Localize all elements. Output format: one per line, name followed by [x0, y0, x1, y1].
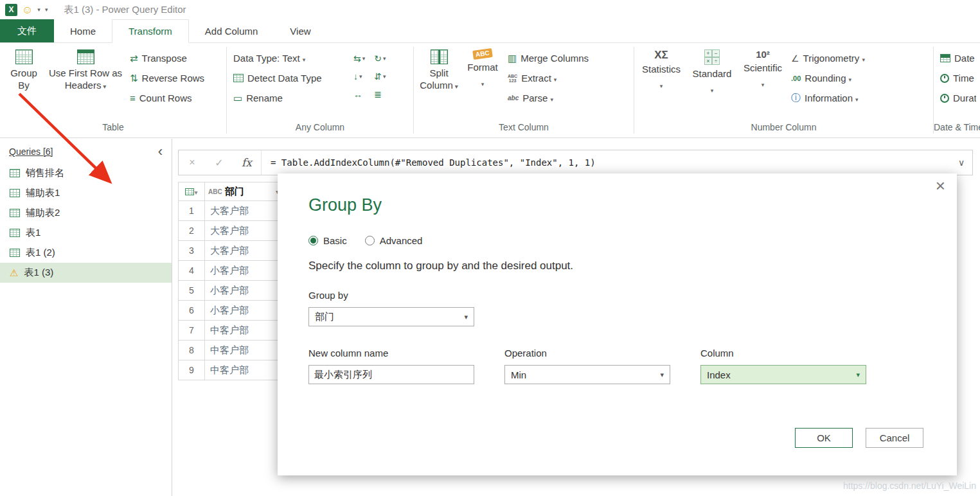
cancel-formula-icon[interactable]: × [179, 157, 206, 168]
tab-view[interactable]: View [274, 19, 326, 42]
advanced-radio-input[interactable] [365, 236, 375, 245]
scientific-icon: 10² [756, 49, 770, 59]
date-button[interactable]: Date [938, 49, 976, 67]
row-number[interactable]: 1 [179, 201, 205, 221]
group-by-dropdown[interactable]: 部门 [308, 307, 474, 326]
smiley-icon[interactable]: ☺ [22, 4, 33, 15]
format-button[interactable]: ABC Format [463, 47, 503, 89]
formula-bar-divider [261, 150, 262, 175]
row-number[interactable]: 4 [179, 261, 205, 281]
scientific-button[interactable]: 10² Scientific [740, 47, 786, 90]
split-column-label: Split Column [418, 67, 460, 92]
advanced-radio[interactable]: Advanced [365, 235, 423, 246]
ribbon-group-number-column: ΧΣ Statistics + − × ÷ Standard 10² Scien… [634, 43, 933, 137]
data-type-button[interactable]: Data Type: Text [231, 49, 345, 67]
rounding-button[interactable]: .00 Rounding [788, 69, 868, 87]
move-icon: ↔ [353, 89, 362, 100]
group-by-icon [15, 49, 33, 64]
duration-button[interactable]: Duration [938, 89, 976, 107]
split-column-button[interactable]: Split Column [418, 47, 460, 92]
title-bar: X ☺ ▾ ▾ 表1 (3) - Power Query Editor [0, 0, 980, 19]
tab-transform[interactable]: Transform [112, 19, 189, 43]
grid-corner-cell[interactable]: ▾ [179, 182, 205, 201]
basic-radio-input[interactable] [308, 236, 318, 245]
rename-button[interactable]: ▭ Rename [231, 89, 345, 107]
detect-data-type-label: Detect Data Type [247, 73, 322, 84]
ribbon: Group By Use First Row as Headers ⇄ Tran… [0, 43, 980, 138]
expand-formula-bar-icon[interactable]: ∨ [950, 157, 972, 168]
cell-value[interactable]: 中客户部 [205, 321, 283, 341]
row-number[interactable]: 5 [179, 281, 205, 301]
table-menu-icon [185, 188, 194, 195]
ribbon-group-any-column: Data Type: Text Detect Data Type ▭ Renam… [227, 43, 413, 137]
date-label: Date [954, 53, 976, 64]
merge-columns-icon: ▥ [508, 53, 517, 63]
smiley-dropdown-caret[interactable]: ▾ [37, 6, 40, 13]
cell-value[interactable]: 小客户部 [205, 281, 283, 301]
new-column-name-input[interactable] [308, 365, 474, 384]
query-item[interactable]: 表1 [0, 223, 172, 243]
column-dropdown[interactable]: Index [700, 365, 866, 384]
basic-radio[interactable]: Basic [308, 235, 347, 246]
row-number[interactable]: 2 [179, 221, 205, 241]
row-number[interactable]: 7 [179, 321, 205, 341]
query-item[interactable]: 辅助表2 [0, 203, 172, 223]
time-label: Time [953, 73, 976, 84]
merge-columns-button[interactable]: ▥ Merge Columns [505, 49, 591, 67]
reverse-rows-button[interactable]: ⇅ Reverse Rows [127, 69, 207, 87]
operation-dropdown[interactable]: Min [504, 365, 670, 384]
cancel-button[interactable]: Cancel [866, 428, 923, 448]
query-table-icon [10, 189, 20, 197]
row-number[interactable]: 6 [179, 301, 205, 321]
data-grid: ▾ ABC 部门 ▾ 1大客户部 2大客户部 3大客户部 4小客户部 5小客户部… [178, 182, 283, 380]
parse-button[interactable]: abc Parse [505, 89, 591, 107]
query-item[interactable]: 辅助表1 [0, 183, 172, 203]
convert-to-list-button[interactable]: ≣ [372, 87, 388, 102]
scientific-dropdown-caret [762, 78, 765, 90]
tab-file[interactable]: 文件 [0, 19, 54, 42]
extract-button[interactable]: ABC 123 Extract [505, 69, 591, 87]
cell-value[interactable]: 小客户部 [205, 301, 283, 321]
query-table-icon [10, 209, 20, 217]
time-button[interactable]: Time [938, 69, 976, 87]
trigonometry-button[interactable]: ∠ Trigonometry [788, 49, 868, 67]
quick-access-caret-icon[interactable]: ▾ [45, 6, 48, 13]
row-number[interactable]: 8 [179, 341, 205, 360]
tab-add-column[interactable]: Add Column [189, 19, 274, 42]
fill-button[interactable]: ↓ [352, 69, 367, 84]
tab-home[interactable]: Home [54, 19, 112, 42]
information-button[interactable]: ⓘ Information [788, 89, 868, 107]
group-by-button[interactable]: Group By [4, 47, 44, 92]
replace-values-button[interactable]: ⇆ [352, 51, 367, 66]
move-button[interactable]: ↔ [352, 87, 367, 102]
transpose-button[interactable]: ⇄ Transpose [127, 49, 207, 67]
cell-value[interactable]: 小客户部 [205, 261, 283, 281]
cell-value[interactable]: 中客户部 [205, 341, 283, 360]
detect-data-type-button[interactable]: Detect Data Type [231, 69, 345, 87]
query-item-selected[interactable]: ⚠ 表1 (3) [0, 263, 172, 283]
row-number[interactable]: 3 [179, 241, 205, 261]
cell-value[interactable]: 大客户部 [205, 201, 283, 221]
commit-formula-icon[interactable]: ✓ [206, 157, 233, 169]
formula-input[interactable]: = Table.AddIndexColumn(#"Removed Duplica… [271, 157, 950, 168]
statistics-button[interactable]: ΧΣ Statistics [638, 47, 684, 91]
use-first-row-button[interactable]: Use First Row as Headers [46, 47, 125, 92]
count-rows-button[interactable]: ≡ Count Rows [127, 89, 207, 107]
query-item[interactable]: 销售排名 [0, 163, 172, 183]
query-item[interactable]: 表1 (2) [0, 243, 172, 263]
collapse-pane-icon[interactable]: ‹ [158, 148, 163, 155]
standard-button[interactable]: + − × ÷ Standard [687, 47, 737, 96]
cell-value[interactable]: 大客户部 [205, 241, 283, 261]
cell-value[interactable]: 大客户部 [205, 221, 283, 241]
column-header[interactable]: ABC 部门 ▾ [205, 182, 283, 201]
duration-icon [940, 94, 949, 103]
pivot-column-button[interactable]: ↻ [372, 51, 388, 66]
unpivot-columns-button[interactable]: ⇵ [372, 69, 388, 84]
table-row: 1大客户部 [179, 201, 283, 221]
close-icon[interactable]: × [936, 176, 945, 196]
formula-bar: × ✓ fx = Table.AddIndexColumn(#"Removed … [178, 150, 973, 175]
cell-value[interactable]: 中客户部 [205, 360, 283, 380]
ok-button[interactable]: OK [795, 428, 853, 448]
row-number[interactable]: 9 [179, 360, 205, 380]
use-first-row-label: Use First Row as Headers [46, 67, 125, 92]
